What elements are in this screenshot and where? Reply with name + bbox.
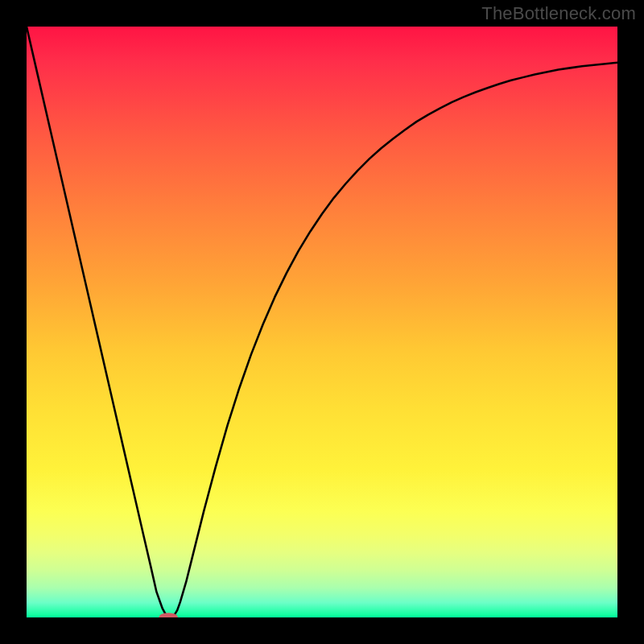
bottleneck-curve-line xyxy=(27,27,617,617)
watermark-text: TheBottleneck.com xyxy=(481,3,636,24)
chart-svg xyxy=(27,27,617,617)
plot-area xyxy=(27,27,617,617)
chart-frame: TheBottleneck.com xyxy=(0,0,644,644)
